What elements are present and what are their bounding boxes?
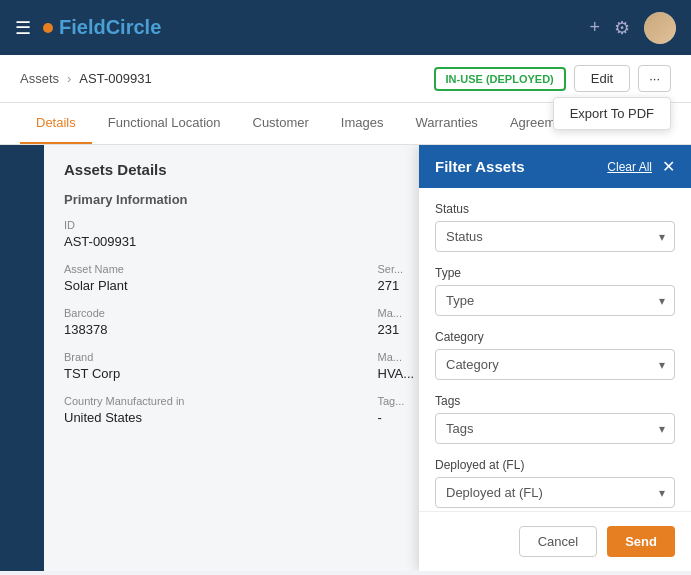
filter-deployed-select-wrapper: Deployed at (FL) bbox=[435, 477, 675, 508]
filter-body: Status Status Active Inactive In-Use Typ… bbox=[419, 188, 691, 511]
app-header: ☰ FieldCircle + ⚙ bbox=[0, 0, 691, 55]
tab-details[interactable]: Details bbox=[20, 103, 92, 145]
tab-customer[interactable]: Customer bbox=[237, 103, 325, 145]
filter-tags-label: Tags bbox=[435, 394, 675, 408]
filter-category-group: Category Category Equipment Vehicle Tool bbox=[435, 330, 675, 380]
app-logo: FieldCircle bbox=[43, 16, 161, 39]
breadcrumb-bar: Assets › AST-009931 IN-USE (DEPLOYED) Ed… bbox=[0, 55, 691, 103]
filter-category-select-wrapper: Category Equipment Vehicle Tool bbox=[435, 349, 675, 380]
avatar[interactable] bbox=[644, 12, 676, 44]
edit-button[interactable]: Edit bbox=[574, 65, 630, 92]
field-country-value: United States bbox=[64, 410, 358, 425]
filter-status-select-wrapper: Status Active Inactive In-Use bbox=[435, 221, 675, 252]
main-content: Assets Details Primary Information ID AS… bbox=[0, 145, 691, 571]
filter-type-label: Type bbox=[435, 266, 675, 280]
breadcrumb-current: AST-009931 bbox=[79, 71, 151, 86]
filter-status-group: Status Status Active Inactive In-Use bbox=[435, 202, 675, 252]
clear-all-button[interactable]: Clear All bbox=[607, 160, 652, 174]
filter-footer: Cancel Send bbox=[419, 511, 691, 571]
filter-tags-group: Tags Tags bbox=[435, 394, 675, 444]
left-sidebar bbox=[0, 145, 44, 571]
status-badge[interactable]: IN-USE (DEPLOYED) bbox=[434, 67, 566, 91]
field-barcode-value: 138378 bbox=[64, 322, 358, 337]
tab-functional-location[interactable]: Functional Location bbox=[92, 103, 237, 145]
filter-deployed-select[interactable]: Deployed at (FL) bbox=[435, 477, 675, 508]
filter-category-label: Category bbox=[435, 330, 675, 344]
field-brand: Brand TST Corp bbox=[64, 351, 358, 381]
filter-deployed-group: Deployed at (FL) Deployed at (FL) bbox=[435, 458, 675, 508]
tab-warranties[interactable]: Warranties bbox=[400, 103, 494, 145]
field-assetname-label: Asset Name bbox=[64, 263, 358, 275]
filter-header-right: Clear All ✕ bbox=[607, 157, 675, 176]
breadcrumb-actions: IN-USE (DEPLOYED) Edit ··· Export To PDF bbox=[434, 65, 671, 92]
logo-text: FieldCircle bbox=[59, 16, 161, 39]
field-assetname-value: Solar Plant bbox=[64, 278, 358, 293]
breadcrumb-separator: › bbox=[67, 71, 71, 86]
filter-panel-header: Filter Assets Clear All ✕ bbox=[419, 145, 691, 188]
filter-panel-title: Filter Assets bbox=[435, 158, 524, 175]
more-button[interactable]: ··· bbox=[638, 65, 671, 92]
close-icon[interactable]: ✕ bbox=[662, 157, 675, 176]
cancel-button[interactable]: Cancel bbox=[519, 526, 597, 557]
breadcrumb: Assets › AST-009931 bbox=[20, 71, 152, 86]
filter-type-group: Type Type Fixed Mobile bbox=[435, 266, 675, 316]
tab-images[interactable]: Images bbox=[325, 103, 400, 145]
field-country: Country Manufactured in United States bbox=[64, 395, 358, 425]
filter-tags-select-wrapper: Tags bbox=[435, 413, 675, 444]
field-brand-label: Brand bbox=[64, 351, 358, 363]
field-brand-value: TST Corp bbox=[64, 366, 358, 381]
field-country-label: Country Manufactured in bbox=[64, 395, 358, 407]
export-to-pdf-option[interactable]: Export To PDF bbox=[553, 97, 671, 130]
more-menu-wrapper: ··· Export To PDF bbox=[638, 65, 671, 92]
avatar-image bbox=[644, 12, 676, 44]
header-actions: + ⚙ bbox=[589, 12, 676, 44]
settings-icon[interactable]: ⚙ bbox=[614, 17, 630, 39]
logo-circle-icon bbox=[43, 23, 53, 33]
filter-panel: Filter Assets Clear All ✕ Status Status … bbox=[419, 145, 691, 571]
filter-category-select[interactable]: Category Equipment Vehicle Tool bbox=[435, 349, 675, 380]
field-barcode-label: Barcode bbox=[64, 307, 358, 319]
filter-type-select-wrapper: Type Fixed Mobile bbox=[435, 285, 675, 316]
filter-status-label: Status bbox=[435, 202, 675, 216]
breadcrumb-parent[interactable]: Assets bbox=[20, 71, 59, 86]
field-assetname: Asset Name Solar Plant bbox=[64, 263, 358, 293]
filter-tags-select[interactable]: Tags bbox=[435, 413, 675, 444]
filter-type-select[interactable]: Type Fixed Mobile bbox=[435, 285, 675, 316]
hamburger-icon[interactable]: ☰ bbox=[15, 17, 31, 39]
field-barcode: Barcode 138378 bbox=[64, 307, 358, 337]
send-button[interactable]: Send bbox=[607, 526, 675, 557]
add-icon[interactable]: + bbox=[589, 17, 600, 38]
filter-deployed-label: Deployed at (FL) bbox=[435, 458, 675, 472]
filter-status-select[interactable]: Status Active Inactive In-Use bbox=[435, 221, 675, 252]
